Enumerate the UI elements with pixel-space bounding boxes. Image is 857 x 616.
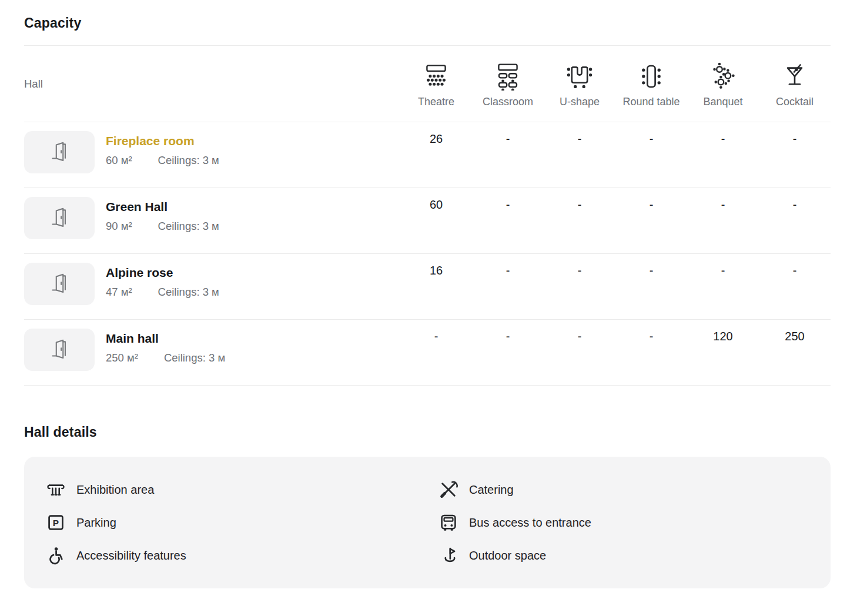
- page: Capacity Hall Theatre: [0, 0, 857, 588]
- detail-item-parking: P Parking: [46, 506, 439, 539]
- hall-details-section: Hall details Exhibition area: [24, 424, 831, 588]
- capacity-cell-u-shape: -: [544, 254, 615, 319]
- hall-cell: Green Hall 90 м² Ceilings: 3 м: [24, 188, 400, 253]
- detail-label: Bus access to entrance: [469, 516, 591, 530]
- round-table-icon: [637, 62, 665, 91]
- hall-column-label: Hall: [24, 78, 400, 91]
- banquet-icon: [709, 62, 737, 91]
- catering-icon: [439, 480, 458, 499]
- capacity-cell-classroom: -: [472, 122, 544, 188]
- detail-label: Exhibition area: [76, 483, 154, 497]
- capacity-cell-theatre: 26: [400, 122, 472, 188]
- capacity-cell-classroom: -: [472, 254, 544, 319]
- open-door-icon: [46, 270, 73, 297]
- detail-label: Outdoor space: [469, 549, 546, 563]
- hall-info: Main hall 250 м² Ceilings: 3 м: [106, 329, 225, 385]
- hall-area: 90 м²: [106, 220, 132, 233]
- column-header-u-shape: U-shape: [544, 60, 615, 108]
- hall-details-panel: Exhibition area P Parking: [24, 457, 831, 588]
- capacity-cell-classroom: -: [472, 320, 544, 385]
- hall-sub-info: 60 м² Ceilings: 3 м: [106, 154, 219, 167]
- column-header-round-table: Round table: [615, 60, 687, 108]
- column-header-theatre: Theatre: [400, 60, 472, 108]
- capacity-table-header: Hall Theatre: [24, 46, 831, 122]
- hall-cell: Alpine rose 47 м² Ceilings: 3 м: [24, 254, 400, 319]
- capacity-cell-cocktail: 250: [759, 320, 831, 385]
- hall-area: 47 м²: [106, 286, 132, 299]
- open-door-icon: [46, 205, 73, 232]
- detail-item-outdoor-space: Outdoor space: [439, 539, 813, 572]
- theatre-icon: [422, 62, 450, 91]
- u-shape-icon: [565, 62, 594, 91]
- hall-area: 250 м²: [106, 351, 138, 364]
- column-label: U-shape: [560, 96, 600, 108]
- capacity-cell-theatre: 16: [400, 254, 472, 319]
- hall-name-link[interactable]: Alpine rose: [106, 266, 219, 280]
- column-header-cocktail: Cocktail: [759, 60, 831, 108]
- hall-name-link[interactable]: Green Hall: [106, 200, 219, 214]
- detail-item-bus-access: Bus access to entrance: [439, 506, 813, 539]
- hall-cell: Fireplace room 60 м² Ceilings: 3 м: [24, 122, 400, 188]
- hall-details-title: Hall details: [24, 424, 831, 440]
- hall-ceilings: Ceilings: 3 м: [158, 154, 219, 167]
- capacity-cell-round-table: -: [615, 122, 687, 188]
- accessibility-icon: [46, 546, 65, 565]
- capacity-cell-cocktail: -: [759, 188, 831, 253]
- capacity-cell-u-shape: -: [544, 122, 615, 188]
- capacity-cell-theatre: -: [400, 320, 472, 385]
- column-header-banquet: Banquet: [687, 60, 759, 108]
- capacity-table: Hall Theatre: [24, 45, 831, 386]
- hall-area: 60 м²: [106, 154, 132, 167]
- hall-row[interactable]: Green Hall 90 м² Ceilings: 3 м 60 - - - …: [24, 188, 831, 254]
- hall-ceilings: Ceilings: 3 м: [158, 286, 219, 299]
- bus-icon: [439, 513, 458, 532]
- outdoor-icon: [439, 546, 458, 565]
- hall-thumbnail: [24, 197, 95, 239]
- hall-cell: Main hall 250 м² Ceilings: 3 м: [24, 320, 400, 385]
- capacity-cell-banquet: -: [687, 188, 759, 253]
- capacity-cell-banquet: -: [687, 254, 759, 319]
- hall-thumbnail: [24, 329, 95, 371]
- classroom-icon: [494, 62, 522, 91]
- hall-row[interactable]: Main hall 250 м² Ceilings: 3 м - - - - 1…: [24, 320, 831, 386]
- open-door-icon: [46, 139, 73, 166]
- column-label: Theatre: [418, 96, 454, 108]
- hall-info: Fireplace room 60 м² Ceilings: 3 м: [106, 131, 219, 188]
- hall-row[interactable]: Fireplace room 60 м² Ceilings: 3 м 26 - …: [24, 122, 831, 188]
- capacity-cell-cocktail: -: [759, 254, 831, 319]
- hall-thumbnail: [24, 131, 95, 173]
- detail-item-exhibition-area: Exhibition area: [46, 473, 439, 506]
- capacity-cell-banquet: 120: [687, 320, 759, 385]
- hall-name-link[interactable]: Fireplace room: [106, 134, 219, 148]
- hall-ceilings: Ceilings: 3 м: [164, 351, 225, 364]
- exhibition-icon: [46, 480, 65, 499]
- capacity-cell-u-shape: -: [544, 188, 615, 253]
- column-label: Round table: [622, 96, 679, 108]
- hall-name-link[interactable]: Main hall: [106, 332, 225, 346]
- detail-item-accessibility: Accessibility features: [46, 539, 439, 572]
- cocktail-icon: [781, 62, 809, 91]
- capacity-cell-round-table: -: [615, 254, 687, 319]
- detail-label: Accessibility features: [76, 549, 186, 563]
- hall-sub-info: 90 м² Ceilings: 3 м: [106, 220, 219, 233]
- column-label: Classroom: [483, 96, 533, 108]
- hall-ceilings: Ceilings: 3 м: [158, 220, 219, 233]
- capacity-cell-round-table: -: [615, 320, 687, 385]
- capacity-title: Capacity: [24, 15, 831, 31]
- hall-info: Alpine rose 47 м² Ceilings: 3 м: [106, 263, 219, 319]
- detail-label: Parking: [76, 516, 116, 530]
- capacity-cell-theatre: 60: [400, 188, 472, 253]
- hall-sub-info: 250 м² Ceilings: 3 м: [106, 351, 225, 364]
- capacity-cell-u-shape: -: [544, 320, 615, 385]
- hall-thumbnail: [24, 263, 95, 305]
- capacity-cell-cocktail: -: [759, 122, 831, 188]
- detail-item-catering: Catering: [439, 473, 813, 506]
- hall-row[interactable]: Alpine rose 47 м² Ceilings: 3 м 16 - - -…: [24, 254, 831, 320]
- hall-info: Green Hall 90 м² Ceilings: 3 м: [106, 197, 219, 253]
- column-header-classroom: Classroom: [472, 60, 544, 108]
- parking-icon: P: [46, 513, 65, 532]
- hall-sub-info: 47 м² Ceilings: 3 м: [106, 286, 219, 299]
- detail-label: Catering: [469, 483, 514, 497]
- column-label: Cocktail: [776, 96, 814, 108]
- open-door-icon: [46, 336, 73, 363]
